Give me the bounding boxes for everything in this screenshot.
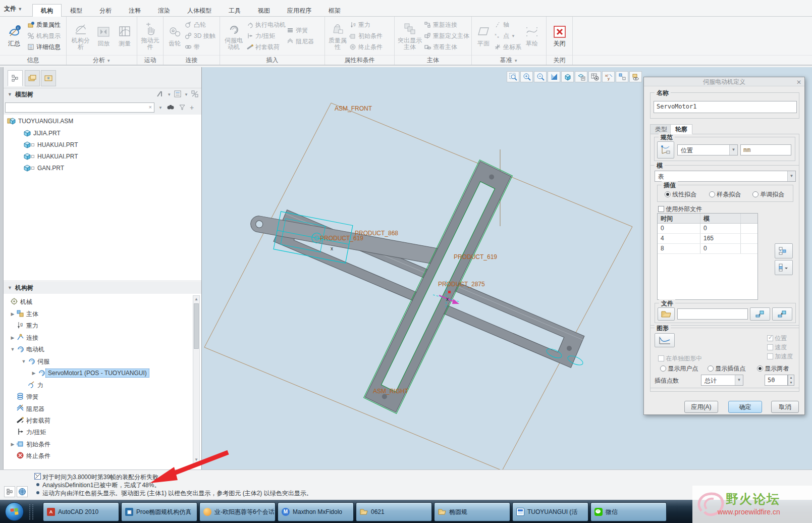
saved-views-icon[interactable] bbox=[588, 71, 601, 82]
force-motor-button[interactable]: 执行电动机 bbox=[246, 20, 286, 30]
mech-item-force-torque[interactable]: 力/扭矩 bbox=[16, 427, 48, 438]
tab-manikin[interactable]: 人体模型 bbox=[179, 4, 220, 18]
taskbar-grip[interactable] bbox=[29, 504, 33, 519]
cam-button[interactable]: 凸轮 bbox=[185, 20, 215, 30]
mechanism-analysis-button[interactable]: 机构分析 bbox=[69, 21, 93, 51]
highlight-bodies-button[interactable]: 突出显示主体 bbox=[397, 21, 423, 51]
mech-item-springs[interactable]: 弹簧 bbox=[16, 391, 40, 402]
filter-icon[interactable] bbox=[179, 104, 186, 112]
tab-view[interactable]: 视图 bbox=[249, 4, 279, 18]
tree-item-assembly[interactable]: TUOYUANGUI.ASM bbox=[7, 116, 75, 127]
datum-plane-button[interactable]: 平面 bbox=[474, 24, 493, 47]
datum-axis-button[interactable]: 轴 bbox=[494, 20, 521, 30]
tab-profile[interactable]: 轮廓 bbox=[670, 124, 692, 134]
measure-button[interactable]: 测量 bbox=[115, 24, 135, 47]
gravity-button[interactable]: g重力 bbox=[349, 20, 383, 30]
taskbar-item-maxthon[interactable]: M Maxthon MxFidolo bbox=[278, 502, 354, 521]
tab-render[interactable]: 渲染 bbox=[149, 4, 179, 18]
mech-item-mechanism[interactable]: 机械 bbox=[10, 296, 34, 307]
table-row[interactable]: 80 bbox=[658, 244, 757, 254]
spin-center-icon[interactable] bbox=[629, 71, 642, 82]
spline-fit-radio[interactable] bbox=[709, 191, 715, 197]
apply-button[interactable]: 应用(A) bbox=[684, 401, 718, 413]
time-magnitude-table[interactable]: 时间 模 00 4165 80 bbox=[657, 213, 758, 300]
tab-analysis[interactable]: 分析 bbox=[91, 4, 120, 18]
tab-type[interactable]: 类型 bbox=[650, 124, 672, 134]
expander-icon[interactable]: ▶ bbox=[9, 442, 16, 447]
coordinate-system-button[interactable]: 坐标系 bbox=[494, 42, 521, 53]
show-user-points-radio[interactable] bbox=[660, 365, 666, 372]
tree-columns-icon[interactable] bbox=[191, 90, 198, 99]
tree-item-part[interactable]: GAN.PRT bbox=[23, 163, 66, 174]
taskbar-item-folder-tuoyuangui[interactable]: 椭圆规 bbox=[434, 502, 510, 521]
show-both-radio[interactable] bbox=[757, 365, 763, 372]
dialog-close-icon[interactable]: ✕ bbox=[796, 78, 801, 87]
mech-item-bodies[interactable]: ▶ 主体 bbox=[9, 308, 40, 320]
import-file-button[interactable] bbox=[750, 307, 770, 321]
reconnect-button[interactable]: 重新连接 bbox=[424, 20, 469, 30]
search-dropdown-icon[interactable]: ▼ bbox=[158, 106, 163, 110]
details-button[interactable]: 详细信息 bbox=[27, 42, 61, 53]
tab-tools[interactable]: 工具 bbox=[220, 4, 249, 18]
tab-model[interactable]: 模型 bbox=[62, 4, 91, 18]
file-path-field[interactable] bbox=[677, 308, 748, 320]
points-mode-dropdown[interactable]: 总计▼ bbox=[701, 375, 743, 386]
tree-item-part[interactable]: HUAKUAI.PRT bbox=[23, 139, 80, 150]
scroll-up-icon[interactable]: ▲ bbox=[193, 296, 199, 303]
refit-icon[interactable] bbox=[548, 71, 560, 82]
scroll-thumb[interactable] bbox=[194, 303, 199, 349]
mech-item-force[interactable]: 力 bbox=[27, 380, 45, 391]
spring-button[interactable]: 弹簧 bbox=[287, 25, 314, 36]
driven-entity-button[interactable] bbox=[657, 141, 674, 159]
spinner-arrows[interactable]: ▲▼ bbox=[788, 375, 794, 386]
search-input[interactable]: × bbox=[5, 102, 154, 113]
export-file-button[interactable] bbox=[772, 307, 792, 321]
taskbar-item-wechat[interactable]: 微信 bbox=[590, 502, 667, 521]
close-button[interactable]: 关闭 bbox=[549, 24, 570, 47]
tree-filter-list-icon[interactable] bbox=[174, 90, 181, 99]
graph-button[interactable] bbox=[655, 333, 675, 347]
bushing-load-button[interactable]: 衬套载荷 bbox=[246, 42, 286, 53]
tab-framework[interactable]: 框架 bbox=[320, 4, 349, 18]
points-count-spinner[interactable]: 50 bbox=[765, 375, 788, 386]
mech-item-gravity[interactable]: g 重力 bbox=[16, 320, 40, 331]
mech-item-bushing-loads[interactable]: 衬套载荷 bbox=[16, 415, 52, 426]
belt-button[interactable]: 带 bbox=[185, 42, 215, 53]
favorites-tab[interactable]: ✳ bbox=[41, 70, 56, 86]
mech-item-dampers[interactable]: 阻尼器 bbox=[16, 403, 46, 414]
ok-button[interactable]: 确定 bbox=[728, 401, 762, 413]
file-menu[interactable]: 文件 ▼ bbox=[4, 5, 22, 13]
remove-row-button[interactable] bbox=[775, 260, 793, 275]
dialog-title-bar[interactable]: 伺服电动机定义 ✕ bbox=[644, 77, 804, 86]
mass-properties-button[interactable]: 质量属性 bbox=[327, 21, 348, 51]
mech-tree-scrollbar[interactable]: ▲ ▼ bbox=[193, 295, 200, 464]
add-row-button[interactable]: + bbox=[775, 243, 793, 258]
servo-motor-button[interactable]: 伺服电动机 bbox=[222, 21, 245, 51]
taskbar-item-creo-window[interactable]: TUOYUANGUI (活 bbox=[512, 502, 588, 521]
expander-icon[interactable]: ▼ bbox=[9, 347, 16, 352]
taskbar-item-chat-session[interactable]: 业-欧阳惠蓉等6个会话 bbox=[199, 502, 276, 521]
mech-item-connections[interactable]: ▶ 连接 bbox=[9, 332, 40, 343]
graph-velocity-checkbox[interactable] bbox=[767, 344, 773, 350]
linear-fit-radio[interactable] bbox=[665, 191, 671, 197]
mechanism-display-button[interactable]: 机构显示 bbox=[27, 31, 61, 41]
separate-graph-checkbox[interactable] bbox=[658, 355, 664, 361]
shading-style-icon[interactable] bbox=[561, 71, 574, 82]
cancel-button[interactable]: 取消 bbox=[771, 401, 799, 413]
expander-icon[interactable]: ▶ bbox=[9, 311, 16, 317]
taskbar-item-autocad[interactable]: A AutoCAD 2010 bbox=[43, 502, 119, 521]
motor-name-input[interactable]: ServoMotor1 bbox=[654, 101, 797, 113]
sketch-button[interactable]: 草绘 bbox=[522, 24, 542, 47]
mass-properties-info-button[interactable]: 质量属性 bbox=[27, 20, 61, 30]
zoom-out-icon[interactable] bbox=[534, 71, 547, 82]
drag-components-button[interactable]: 拖动元件 bbox=[139, 21, 161, 51]
collapse-icon[interactable]: ▼ bbox=[8, 285, 12, 290]
graph-acceleration-checkbox[interactable] bbox=[767, 353, 773, 359]
graph-position-checkbox[interactable] bbox=[767, 335, 773, 341]
table-row[interactable]: 4165 bbox=[658, 234, 757, 244]
tree-tools-icon[interactable] bbox=[156, 90, 164, 99]
tree-item-part[interactable]: HUAKUAI.PRT bbox=[23, 151, 80, 162]
start-button[interactable] bbox=[5, 502, 24, 521]
playback-button[interactable]: 回放 bbox=[94, 24, 114, 47]
zoom-window-icon[interactable] bbox=[507, 71, 519, 82]
